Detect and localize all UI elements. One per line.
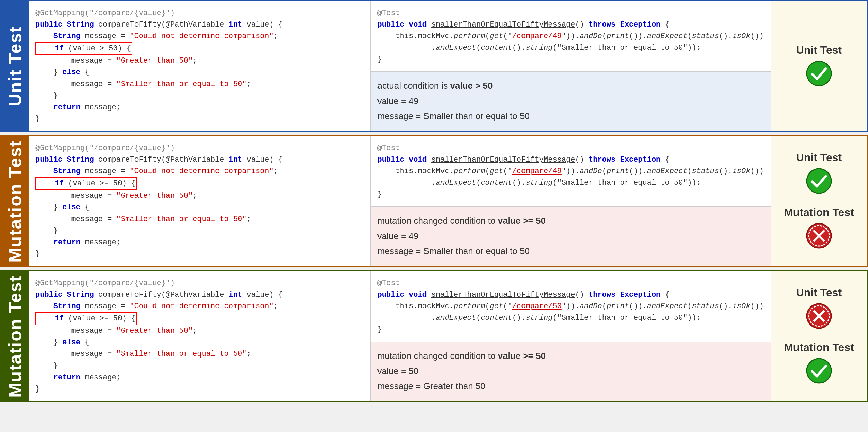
section-label: Unit Test (1, 1, 29, 131)
section-label: Mutation Test (1, 136, 29, 266)
result-item: Mutation Test (784, 341, 854, 386)
svg-point-1 (807, 169, 831, 193)
test-code-panel: @Test public void smallerThanOrEqualToFi… (371, 271, 771, 342)
check-icon (805, 357, 833, 386)
section-unit-test-section: Unit Test @GetMapping("/compare/{value}"… (0, 0, 868, 132)
result-label: Unit Test (796, 44, 842, 56)
result-label: Unit Test (796, 286, 842, 299)
result-item: Unit Test (796, 44, 842, 88)
check-icon (805, 60, 833, 88)
result-label: Mutation Test (784, 341, 854, 354)
right-panels: @Test public void smallerThanOrEqualToFi… (371, 136, 771, 266)
check-icon (805, 167, 833, 196)
section-mutation-test-section-2: Mutation Test @GetMapping("/compare/{val… (0, 270, 868, 402)
result-panel: Unit Test (771, 1, 867, 131)
section-content: @GetMapping("/compare/{value}") public S… (29, 136, 867, 266)
section-mutation-test-section-1: Mutation Test @GetMapping("/compare/{val… (0, 135, 868, 267)
right-panels: @Test public void smallerThanOrEqualToFi… (371, 271, 771, 401)
result-item: Mutation Test (784, 206, 854, 251)
right-panels: @Test public void smallerThanOrEqualToFi… (371, 1, 771, 131)
result-label: Mutation Test (784, 206, 854, 219)
result-item: Unit Test (796, 151, 842, 196)
section-content: @GetMapping("/compare/{value}") public S… (29, 271, 867, 401)
source-code-panel: @GetMapping("/compare/{value}") public S… (29, 1, 371, 131)
info-panel: actual condition is value > 50value = 49… (371, 72, 771, 131)
result-item: Unit Test (796, 286, 842, 331)
info-panel: mutation changed condition to value >= 5… (371, 207, 771, 266)
cross-icon (805, 222, 833, 251)
source-code-panel: @GetMapping("/compare/{value}") public S… (29, 136, 371, 266)
section-label: Mutation Test (1, 271, 29, 401)
svg-point-10 (807, 359, 831, 383)
result-panel: Unit Test Mutation Test (771, 136, 867, 266)
info-panel: mutation changed condition to value >= 5… (371, 342, 771, 401)
result-panel: Unit Test Mutation Test (771, 271, 867, 401)
source-code-panel: @GetMapping("/compare/{value}") public S… (29, 271, 371, 401)
test-code-panel: @Test public void smallerThanOrEqualToFi… (371, 136, 771, 207)
test-code-panel: @Test public void smallerThanOrEqualToFi… (371, 1, 771, 72)
svg-point-0 (807, 61, 831, 86)
result-label: Unit Test (796, 151, 842, 164)
section-content: @GetMapping("/compare/{value}") public S… (29, 1, 867, 131)
cross-icon (805, 302, 833, 331)
